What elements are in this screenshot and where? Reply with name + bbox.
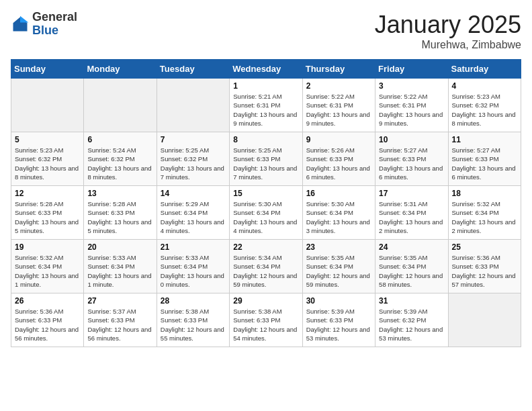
day-info: Sunrise: 5:39 AM Sunset: 6:32 PM Dayligh… — [379, 307, 444, 342]
day-cell: 24Sunrise: 5:35 AM Sunset: 6:34 PM Dayli… — [375, 240, 448, 293]
day-number: 6 — [87, 135, 152, 144]
day-number: 4 — [452, 81, 517, 91]
day-cell: 7Sunrise: 5:25 AM Sunset: 6:32 PM Daylig… — [157, 132, 229, 186]
day-cell — [11, 79, 84, 132]
day-number: 5 — [15, 135, 80, 144]
day-number: 14 — [161, 189, 226, 198]
day-number: 26 — [15, 296, 80, 306]
day-info: Sunrise: 5:27 AM Sunset: 6:33 PM Dayligh… — [452, 146, 517, 181]
logo-icon — [11, 15, 30, 34]
week-row-2: 5Sunrise: 5:23 AM Sunset: 6:32 PM Daylig… — [11, 132, 521, 186]
page-header: General Blue January 2025 Murehwa, Zimba… — [11, 11, 521, 51]
day-number: 1 — [233, 81, 298, 91]
week-row-1: 1Sunrise: 5:21 AM Sunset: 6:31 PM Daylig… — [11, 79, 521, 132]
day-number: 15 — [233, 189, 298, 198]
day-cell: 18Sunrise: 5:32 AM Sunset: 6:34 PM Dayli… — [448, 186, 521, 240]
day-number: 31 — [379, 296, 444, 306]
day-number: 8 — [233, 135, 298, 144]
day-info: Sunrise: 5:29 AM Sunset: 6:34 PM Dayligh… — [161, 199, 226, 235]
day-cell: 23Sunrise: 5:35 AM Sunset: 6:34 PM Dayli… — [302, 240, 375, 293]
day-number: 20 — [87, 242, 152, 252]
day-cell: 30Sunrise: 5:39 AM Sunset: 6:33 PM Dayli… — [302, 293, 375, 347]
weekday-header-wednesday: Wednesday — [230, 60, 302, 79]
day-info: Sunrise: 5:32 AM Sunset: 6:34 PM Dayligh… — [452, 199, 517, 235]
weekday-header-saturday: Saturday — [448, 60, 521, 79]
day-cell: 4Sunrise: 5:23 AM Sunset: 6:32 PM Daylig… — [448, 79, 521, 132]
day-number: 22 — [233, 242, 298, 252]
day-cell: 20Sunrise: 5:33 AM Sunset: 6:34 PM Dayli… — [84, 240, 157, 293]
day-cell: 31Sunrise: 5:39 AM Sunset: 6:32 PM Dayli… — [375, 293, 448, 347]
day-number: 19 — [15, 242, 80, 252]
day-info: Sunrise: 5:23 AM Sunset: 6:32 PM Dayligh… — [452, 92, 517, 128]
title-block: January 2025 Murehwa, Zimbabwe — [375, 11, 521, 51]
calendar: SundayMondayTuesdayWednesdayThursdayFrid… — [11, 59, 521, 347]
day-cell: 26Sunrise: 5:36 AM Sunset: 6:33 PM Dayli… — [11, 293, 84, 347]
weekday-header-row: SundayMondayTuesdayWednesdayThursdayFrid… — [11, 60, 521, 79]
day-cell: 2Sunrise: 5:22 AM Sunset: 6:31 PM Daylig… — [302, 79, 375, 132]
day-info: Sunrise: 5:24 AM Sunset: 6:32 PM Dayligh… — [87, 146, 152, 181]
day-number: 13 — [87, 189, 152, 198]
day-number: 9 — [306, 135, 371, 144]
day-cell: 10Sunrise: 5:27 AM Sunset: 6:33 PM Dayli… — [375, 132, 448, 186]
day-number: 23 — [306, 242, 371, 252]
day-cell: 22Sunrise: 5:34 AM Sunset: 6:34 PM Dayli… — [230, 240, 302, 293]
day-cell: 9Sunrise: 5:26 AM Sunset: 6:33 PM Daylig… — [302, 132, 375, 186]
weekday-header-sunday: Sunday — [11, 60, 84, 79]
day-cell: 13Sunrise: 5:28 AM Sunset: 6:33 PM Dayli… — [84, 186, 157, 240]
location: Murehwa, Zimbabwe — [375, 39, 521, 51]
day-info: Sunrise: 5:26 AM Sunset: 6:33 PM Dayligh… — [306, 146, 371, 181]
svg-marker-1 — [20, 16, 28, 23]
month-title: January 2025 — [375, 11, 521, 39]
day-info: Sunrise: 5:23 AM Sunset: 6:32 PM Dayligh… — [15, 146, 80, 181]
day-cell: 12Sunrise: 5:28 AM Sunset: 6:33 PM Dayli… — [11, 186, 84, 240]
day-number: 12 — [15, 189, 80, 198]
week-row-5: 26Sunrise: 5:36 AM Sunset: 6:33 PM Dayli… — [11, 293, 521, 347]
day-info: Sunrise: 5:35 AM Sunset: 6:34 PM Dayligh… — [379, 253, 444, 289]
day-info: Sunrise: 5:38 AM Sunset: 6:33 PM Dayligh… — [233, 307, 298, 342]
day-info: Sunrise: 5:27 AM Sunset: 6:33 PM Dayligh… — [379, 146, 444, 181]
day-cell: 19Sunrise: 5:32 AM Sunset: 6:34 PM Dayli… — [11, 240, 84, 293]
day-number: 25 — [452, 242, 517, 252]
day-number: 24 — [379, 242, 444, 252]
day-cell: 6Sunrise: 5:24 AM Sunset: 6:32 PM Daylig… — [84, 132, 157, 186]
day-number: 28 — [161, 296, 226, 306]
logo-text: General Blue — [32, 11, 77, 38]
day-info: Sunrise: 5:25 AM Sunset: 6:32 PM Dayligh… — [161, 146, 226, 181]
day-info: Sunrise: 5:33 AM Sunset: 6:34 PM Dayligh… — [87, 253, 152, 289]
day-number: 3 — [379, 81, 444, 91]
day-info: Sunrise: 5:28 AM Sunset: 6:33 PM Dayligh… — [87, 199, 152, 235]
day-info: Sunrise: 5:30 AM Sunset: 6:34 PM Dayligh… — [306, 199, 371, 235]
weekday-header-monday: Monday — [84, 60, 157, 79]
day-info: Sunrise: 5:25 AM Sunset: 6:33 PM Dayligh… — [233, 146, 298, 181]
logo: General Blue — [11, 11, 77, 38]
day-cell: 17Sunrise: 5:31 AM Sunset: 6:34 PM Dayli… — [375, 186, 448, 240]
day-cell: 5Sunrise: 5:23 AM Sunset: 6:32 PM Daylig… — [11, 132, 84, 186]
weekday-header-friday: Friday — [375, 60, 448, 79]
day-number: 30 — [306, 296, 371, 306]
day-cell: 29Sunrise: 5:38 AM Sunset: 6:33 PM Dayli… — [230, 293, 302, 347]
day-number: 16 — [306, 189, 371, 198]
weekday-header-thursday: Thursday — [302, 60, 375, 79]
day-info: Sunrise: 5:22 AM Sunset: 6:31 PM Dayligh… — [306, 92, 371, 128]
day-cell: 21Sunrise: 5:33 AM Sunset: 6:34 PM Dayli… — [157, 240, 229, 293]
day-number: 11 — [452, 135, 517, 144]
day-info: Sunrise: 5:28 AM Sunset: 6:33 PM Dayligh… — [15, 199, 80, 235]
day-number: 7 — [161, 135, 226, 144]
day-info: Sunrise: 5:30 AM Sunset: 6:34 PM Dayligh… — [233, 199, 298, 235]
day-info: Sunrise: 5:36 AM Sunset: 6:33 PM Dayligh… — [15, 307, 80, 342]
day-number: 21 — [161, 242, 226, 252]
day-info: Sunrise: 5:34 AM Sunset: 6:34 PM Dayligh… — [233, 253, 298, 289]
day-number: 18 — [452, 189, 517, 198]
day-number: 29 — [233, 296, 298, 306]
day-info: Sunrise: 5:31 AM Sunset: 6:34 PM Dayligh… — [379, 199, 444, 235]
day-info: Sunrise: 5:35 AM Sunset: 6:34 PM Dayligh… — [306, 253, 371, 289]
day-info: Sunrise: 5:22 AM Sunset: 6:31 PM Dayligh… — [379, 92, 444, 128]
day-info: Sunrise: 5:37 AM Sunset: 6:33 PM Dayligh… — [87, 307, 152, 342]
day-cell: 14Sunrise: 5:29 AM Sunset: 6:34 PM Dayli… — [157, 186, 229, 240]
week-row-4: 19Sunrise: 5:32 AM Sunset: 6:34 PM Dayli… — [11, 240, 521, 293]
weekday-header-tuesday: Tuesday — [157, 60, 229, 79]
day-cell: 25Sunrise: 5:36 AM Sunset: 6:33 PM Dayli… — [448, 240, 521, 293]
day-info: Sunrise: 5:39 AM Sunset: 6:33 PM Dayligh… — [306, 307, 371, 342]
day-cell: 1Sunrise: 5:21 AM Sunset: 6:31 PM Daylig… — [230, 79, 302, 132]
day-info: Sunrise: 5:32 AM Sunset: 6:34 PM Dayligh… — [15, 253, 80, 289]
